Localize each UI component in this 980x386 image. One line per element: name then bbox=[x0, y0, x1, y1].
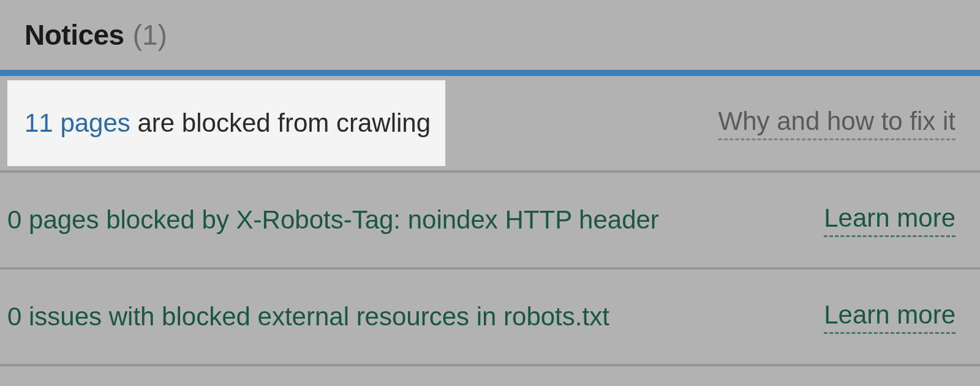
pages-count-link[interactable]: 11 pages bbox=[24, 108, 130, 137]
header-divider bbox=[0, 70, 980, 76]
notice-message: 0 pages blocked by X-Robots-Tag: noindex… bbox=[7, 205, 659, 235]
notice-row: 11 pages are blocked from crawling Why a… bbox=[0, 76, 980, 173]
notice-row: 0 pages blocked by X-Robots-Tag: noindex… bbox=[0, 173, 980, 270]
panel-title: Notices bbox=[24, 18, 124, 51]
notice-message: 0 issues with blocked external resources… bbox=[7, 302, 609, 331]
notices-panel: Notices (1) 11 pages are blocked from cr… bbox=[0, 0, 980, 366]
learn-more-link[interactable]: Learn more bbox=[824, 203, 956, 237]
message-rest: are blocked from crawling bbox=[130, 108, 431, 137]
panel-header: Notices (1) bbox=[0, 18, 980, 70]
panel-count: (1) bbox=[133, 18, 167, 51]
notice-row: 0 issues with blocked external resources… bbox=[0, 270, 980, 366]
fix-help-link[interactable]: Why and how to fix it bbox=[718, 107, 956, 140]
notice-message: 11 pages are blocked from crawling bbox=[7, 80, 445, 166]
highlighted-message: 11 pages are blocked from crawling bbox=[7, 80, 445, 166]
learn-more-link[interactable]: Learn more bbox=[824, 300, 956, 334]
